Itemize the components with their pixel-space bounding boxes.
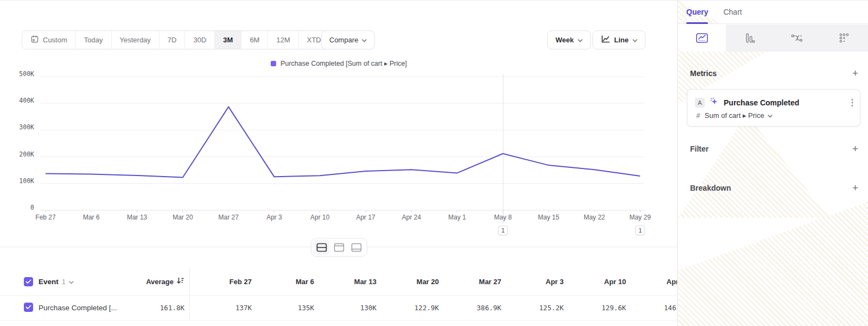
table-date-columns: Feb 27137KMar 6135KMar 13130KMar 20122.9… [189, 268, 678, 320]
event-count: 1 [62, 278, 66, 286]
table-column: Feb 27137K [189, 268, 252, 320]
sort-icon [176, 277, 184, 286]
chart-type-label: Line [614, 36, 629, 44]
series-line [46, 107, 640, 178]
x-axis-tick-label: Feb 27 [21, 214, 70, 221]
tab-chart[interactable]: Chart [723, 1, 742, 24]
date-range-7d[interactable]: 7D [159, 31, 186, 49]
compare-label: Compare [329, 36, 358, 44]
breakdown-section-header: Breakdown + [690, 183, 858, 193]
date-range-6m[interactable]: 6M [241, 31, 268, 49]
date-range-today[interactable]: Today [76, 31, 112, 49]
event-header-label: Event [39, 278, 59, 286]
annotation-badge[interactable]: 1 [498, 225, 508, 235]
x-axis-tick-label: Apr 17 [341, 214, 390, 221]
split-view-icon[interactable] [314, 240, 330, 255]
query-panel: Query Chart Metrics + A Purchase Complet… [678, 1, 868, 326]
chevron-down-icon [578, 36, 583, 44]
metrics-title: Metrics [690, 69, 717, 78]
kebab-menu-icon[interactable] [851, 98, 853, 107]
date-column-header: Apr 17 [626, 268, 678, 295]
date-range-12m[interactable]: 12M [268, 31, 298, 49]
tab-chart-label: Chart [723, 8, 742, 16]
x-axis-tick-label: Mar 6 [67, 214, 116, 221]
x-axis-tick-label: Mar 27 [204, 214, 253, 221]
metric-card[interactable]: A Purchase Completed # Sum of cart ▸ Pri… [687, 89, 860, 127]
x-axis-tick-label: Apr 10 [296, 214, 344, 221]
aggregation-label: Sum of cart ▸ Price [705, 111, 764, 120]
table-top-view-icon[interactable] [331, 240, 347, 255]
aggregation-selector[interactable]: Sum of cart ▸ Price [705, 111, 773, 120]
table-column: Apr 10129.6K [564, 268, 626, 320]
table-bottom-view-icon[interactable] [348, 240, 365, 255]
layout-toggle-group [311, 238, 367, 256]
date-column-header: Apr 3 [501, 268, 564, 295]
table-cell-value: 137K [189, 295, 252, 320]
line-chart[interactable]: 0100K200K300K400K500KFeb 27Mar 6Mar 13Ma… [0, 71, 678, 234]
legend-label: Purchase Completed [Sum of cart ▸ Price] [280, 59, 407, 67]
table-cell-value: 146.4K [626, 295, 678, 320]
granularity-button[interactable]: Week [547, 30, 591, 49]
chevron-down-icon [362, 36, 367, 44]
row-checkbox[interactable] [24, 303, 33, 312]
metrics-section-header: Metrics + [690, 68, 858, 78]
table-row-average: 161.8K [98, 295, 184, 320]
date-range-yesterday[interactable]: Yesterday [112, 31, 159, 49]
legend-swatch [271, 61, 276, 66]
metric-card-row2: # Sum of cart ▸ Price [687, 108, 860, 120]
chart-legend: Purchase Completed [Sum of cart ▸ Price] [0, 59, 678, 67]
panel-tab-bar: Query Chart [678, 1, 868, 24]
date-column-header: Apr 10 [564, 268, 626, 295]
number-property-icon: # [696, 111, 700, 120]
y-axis-tick-label: 300K [0, 123, 34, 131]
x-axis-tick-label: Apr 3 [250, 214, 299, 221]
panel-texture [678, 115, 830, 218]
compare-button[interactable]: Compare [321, 30, 375, 49]
chevron-down-icon [633, 36, 637, 44]
add-breakdown-button[interactable]: + [852, 183, 858, 193]
table-cell-value: 386.9K [439, 295, 501, 320]
main-area: CustomTodayYesterday7D30D3M6M12MXTD Comp… [0, 1, 678, 326]
table-column: Mar 13130K [314, 268, 376, 320]
calendar-icon [30, 35, 39, 45]
filter-section-header: Filter + [690, 143, 858, 154]
y-axis-tick-label: 100K [0, 177, 34, 185]
x-axis-tick-label: Mar 13 [113, 214, 162, 221]
chart-type-button[interactable]: Line [592, 30, 646, 49]
x-axis-tick-label: May 1 [433, 214, 482, 221]
add-filter-button[interactable]: + [852, 143, 858, 154]
table-cell-value: 130K [314, 295, 376, 320]
select-all-checkbox[interactable] [24, 277, 33, 286]
filter-title: Filter [690, 145, 709, 153]
date-range-30d[interactable]: 30D [185, 31, 215, 49]
chart-type-tab-bar-chart[interactable] [726, 24, 774, 52]
chart-type-tab-strip [678, 24, 868, 52]
annotation-badge[interactable]: 1 [635, 225, 645, 235]
date-column-header: Mar 27 [439, 268, 501, 295]
date-range-3m[interactable]: 3M [215, 31, 241, 49]
date-column-header: Mar 6 [252, 268, 314, 295]
chart-plot[interactable] [41, 74, 644, 214]
chart-type-tab-retention[interactable] [821, 24, 868, 52]
event-column-header[interactable]: Event 1 [39, 268, 74, 295]
x-axis-tick-label: May 15 [524, 214, 573, 221]
chart-type-tab-insights[interactable] [678, 24, 726, 52]
tab-query[interactable]: Query [686, 1, 708, 24]
table-column: Apr 3125.2K [501, 268, 564, 320]
y-axis-tick-label: 0 [0, 204, 34, 211]
table-cell-value: 129.6K [564, 295, 626, 320]
table-column: Mar 6135K [252, 268, 314, 320]
x-axis-tick-label: Mar 20 [158, 214, 207, 221]
table-row-divider [0, 320, 678, 321]
table-cell-value: 125.2K [501, 295, 564, 320]
breakdown-title: Breakdown [690, 184, 731, 192]
average-column-header[interactable]: Average [98, 268, 184, 295]
date-column-header: Mar 13 [314, 268, 376, 295]
chart-type-tab-flows[interactable] [773, 24, 821, 52]
app-root: CustomTodayYesterday7D30D3M6M12MXTD Comp… [0, 0, 868, 326]
date-range-custom[interactable]: Custom [22, 31, 76, 49]
add-metric-button[interactable]: + [852, 68, 858, 78]
panel-texture [678, 202, 868, 326]
y-axis-tick-label: 400K [0, 97, 34, 104]
y-axis-tick-label: 200K [0, 151, 34, 158]
